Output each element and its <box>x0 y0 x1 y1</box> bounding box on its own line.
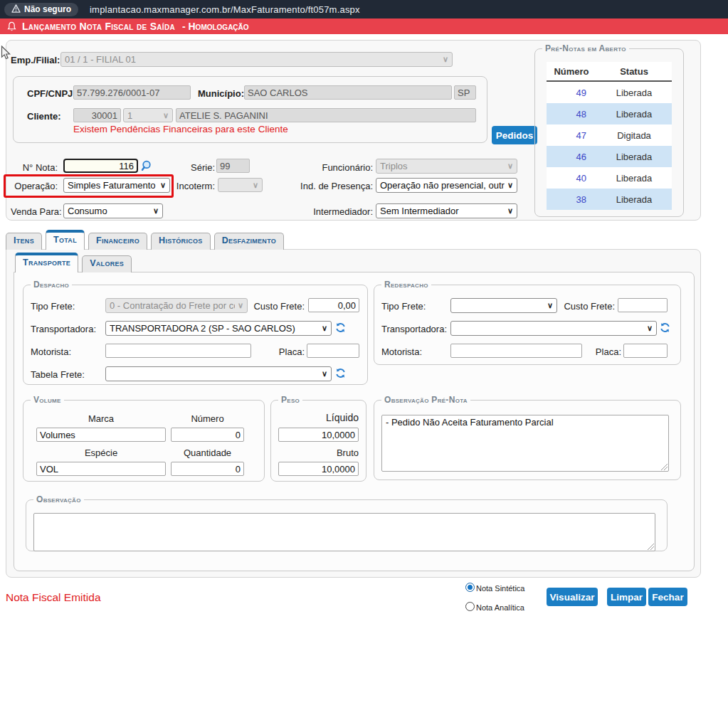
prenota-number-link[interactable]: 40 <box>547 173 596 184</box>
redespacho-tipo-frete-select[interactable]: ∨ <box>450 298 557 313</box>
transportadora-label: Transportadora: <box>381 324 447 334</box>
peso-liquido-input[interactable] <box>278 428 359 442</box>
warning-triangle-icon <box>11 4 21 15</box>
tab-financeiro[interactable]: Financeiro <box>88 233 147 250</box>
transporte-subtab-panel: Despacho Tipo Frete: 0 - Contratação do … <box>14 272 695 571</box>
chevron-down-icon: ∨ <box>322 369 327 378</box>
peso-bruto-input[interactable] <box>278 462 359 476</box>
despacho-tipo-frete-select: 0 - Contratação do Frete por con ∨ <box>105 298 248 313</box>
obs-prenota-legend: Observação Pré-Nota <box>381 395 470 405</box>
page-title: Lançamento Nota Fiscal de Saída <box>22 21 175 32</box>
observacao-textarea[interactable] <box>33 513 655 551</box>
tab-valores[interactable]: Valores <box>82 255 132 272</box>
visualizar-button[interactable]: Visualizar <box>547 588 598 606</box>
client-box: CPF/CNPJ: Município: Cliente: 1 ∨ Existe… <box>13 76 487 143</box>
redespacho-fieldset: Redespacho Tipo Frete: ∨ Custo Frete: Tr… <box>374 280 681 365</box>
page-title-suffix: - Homologação <box>182 21 249 32</box>
tabela-frete-label: Tabela Frete: <box>31 369 85 380</box>
search-icon[interactable] <box>141 159 154 172</box>
tab-itens[interactable]: Itens <box>6 233 42 250</box>
ind-presenca-value: Operação não presencial, outros. <box>380 180 505 191</box>
fechar-button[interactable]: Fechar <box>648 588 687 606</box>
redespacho-motorista-input[interactable] <box>450 344 582 358</box>
intermediador-value: Sem Intermediador <box>380 206 459 216</box>
pedidos-button[interactable]: Pedidos <box>492 126 537 144</box>
quantidade-input[interactable] <box>171 462 244 476</box>
page: Não seguro implantacao.maxmanager.com.br… <box>0 0 728 710</box>
redespacho-placa-input[interactable] <box>623 344 668 358</box>
refresh-icon[interactable] <box>335 368 346 378</box>
incoterm-label: Incoterm: <box>174 181 215 191</box>
cliente-name-field <box>176 108 476 122</box>
prenotas-table-header: Número Status <box>547 62 672 82</box>
chevron-down-icon: ∨ <box>153 206 159 216</box>
despacho-custo-frete-input[interactable] <box>308 298 359 312</box>
column-header-status: Status <box>596 66 672 77</box>
peso-legend: Peso <box>278 395 302 405</box>
prenota-number-link[interactable]: 46 <box>547 152 596 162</box>
despacho-motorista-input[interactable] <box>105 344 251 358</box>
radio-dot <box>468 585 473 590</box>
redespacho-custo-frete-input[interactable] <box>618 298 668 312</box>
nota-analitica-radio[interactable] <box>465 602 475 611</box>
prenota-number-link[interactable]: 48 <box>547 109 596 120</box>
nota-sintetica-label[interactable]: Nota Sintética <box>476 584 524 593</box>
tab-historicos[interactable]: Históricos <box>151 233 211 250</box>
tipo-frete-label: Tipo Frete: <box>381 301 426 312</box>
browser-address-bar: Não seguro implantacao.maxmanager.com.br… <box>0 0 728 18</box>
operacao-select[interactable]: Simples Faturamento ( ∨ <box>63 178 170 193</box>
nota-analitica-label[interactable]: Nota Analítica <box>476 603 524 612</box>
especie-input[interactable] <box>36 462 166 476</box>
bell-icon <box>7 21 16 32</box>
table-row: 47 Digitada <box>547 124 672 146</box>
tabela-frete-select[interactable]: ∨ <box>105 366 332 381</box>
marca-label: Marca <box>36 413 166 424</box>
ind-presenca-label: Ind. de Presença: <box>290 181 373 191</box>
funcionario-value: Triplos <box>380 161 408 171</box>
despacho-placa-input[interactable] <box>307 344 359 358</box>
refresh-icon[interactable] <box>660 322 670 333</box>
intermediador-label: Intermediador: <box>290 206 373 217</box>
not-secure-label: Não seguro <box>24 4 71 14</box>
ind-presenca-select[interactable]: Operação não presencial, outros. ∨ <box>376 178 517 193</box>
tab-total[interactable]: Total <box>46 230 85 250</box>
total-tab-panel: Transporte Valores Despacho Tipo Frete: … <box>6 249 701 578</box>
identification-panel: Emp./Filial: 01 / 1 - FILIAL 01 ∨ CPF/CN… <box>6 40 701 221</box>
despacho-legend: Despacho <box>31 280 72 290</box>
prenota-number-link[interactable]: 47 <box>547 130 596 141</box>
prenota-status: Digitada <box>596 130 672 141</box>
operacao-label: Operação: <box>11 181 58 191</box>
tab-transporte[interactable]: Transporte <box>15 253 78 272</box>
marca-input[interactable] <box>36 428 166 442</box>
serie-field <box>216 159 250 173</box>
prenota-number-link[interactable]: 49 <box>547 88 596 98</box>
limpar-button[interactable]: Limpar <box>607 588 646 606</box>
volume-fieldset: Volume Marca Número Espécie Quantidade <box>23 395 265 482</box>
refresh-icon[interactable] <box>335 322 346 333</box>
not-secure-badge[interactable]: Não seguro <box>4 3 78 16</box>
redespacho-legend: Redespacho <box>381 280 431 290</box>
prenota-status: Liberada <box>596 152 672 162</box>
prenota-status: Liberada <box>596 173 672 184</box>
nota-sintetica-radio[interactable] <box>465 583 475 592</box>
venda-para-select[interactable]: Consumo ∨ <box>63 203 163 218</box>
volume-legend: Volume <box>31 395 64 405</box>
bruto-label: Bruto <box>278 447 359 458</box>
peso-fieldset: Peso Líquido Bruto <box>270 395 366 482</box>
chevron-down-icon: ∨ <box>443 55 448 64</box>
url-text[interactable]: implantacao.maxmanager.com.br/MaxFaturam… <box>90 4 360 15</box>
mouse-cursor-icon <box>1 46 11 64</box>
numero-nota-input[interactable] <box>63 159 138 173</box>
tab-desfazimento[interactable]: Desfazimento <box>214 233 284 250</box>
obs-prenota-textarea[interactable]: - Pedido Não Aceita Faturamento Parcial <box>381 415 669 472</box>
numero-input[interactable] <box>171 428 244 442</box>
intermediador-select[interactable]: Sem Intermediador ∨ <box>376 203 517 218</box>
despacho-transportadora-select[interactable]: TRANSPORTADORA 2 (SP - SAO CARLOS) ∨ <box>105 321 332 336</box>
prenota-status: Liberada <box>596 109 672 120</box>
incoterm-select: ∨ <box>218 178 263 192</box>
cliente-label: Cliente: <box>27 111 61 122</box>
observacao-legend: Observação <box>33 494 84 504</box>
prenota-number-link[interactable]: 38 <box>547 194 596 205</box>
cliente-seq-value: 1 <box>127 110 132 121</box>
redespacho-transportadora-select[interactable]: ∨ <box>450 321 657 336</box>
